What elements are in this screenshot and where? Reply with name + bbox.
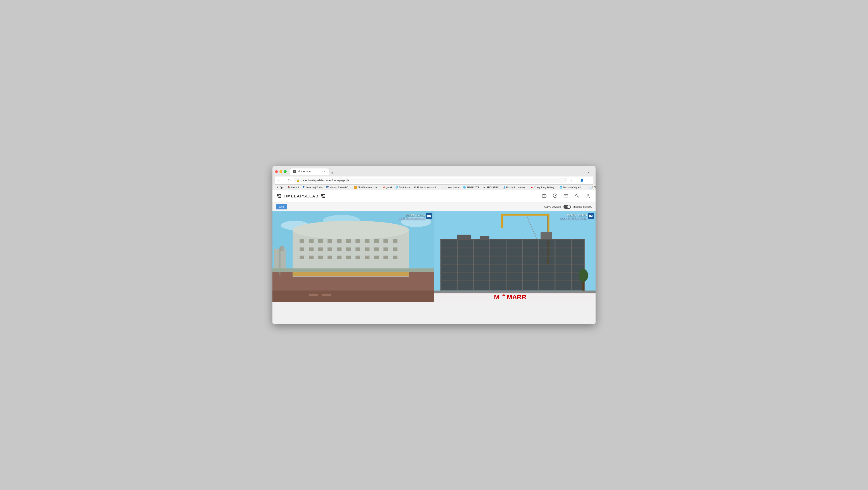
bookmark-registro[interactable]: ➜ REGISTRO	[482, 186, 500, 189]
camera-2-label: DEMO - DEMO Quick link to last image	[560, 214, 587, 220]
svg-rect-14	[300, 239, 304, 243]
svg-rect-53	[309, 294, 318, 296]
maximize-button[interactable]	[284, 170, 287, 173]
below-grid-area	[273, 302, 595, 324]
svg-rect-17	[328, 239, 332, 243]
bookmark-editor[interactable]: E Editor di testo onli...	[412, 186, 440, 189]
word-icon: W	[326, 186, 329, 189]
logo-icon	[277, 194, 282, 198]
new-tab-button[interactable]: +	[330, 171, 335, 175]
active-devices-label: Active devices	[544, 205, 561, 208]
play-icon	[553, 193, 558, 199]
svg-rect-35	[393, 248, 397, 251]
address-bar: ‹ › ↻ 🔒 panel.timelapselab.com/en/homepa…	[275, 176, 593, 185]
share-icon-button[interactable]	[541, 192, 548, 200]
share-button[interactable]: ↑	[574, 178, 578, 183]
bookmark-massimo[interactable]: 🌐 Massimo Vignelli |...	[558, 186, 586, 189]
lock-icon: 🔒	[297, 179, 300, 182]
camera-2-quick-link[interactable]: Quick link to last image	[560, 217, 587, 220]
camera-1-quick-link[interactable]: Quick link to last image	[398, 217, 425, 220]
key-icon-button[interactable]	[574, 192, 580, 200]
svg-rect-76	[522, 239, 523, 291]
warehouse-scene	[273, 211, 434, 302]
bookmark-lorem-label: Lorem Ipsum	[445, 186, 460, 189]
svg-rect-73	[473, 239, 474, 291]
bookmark-gmail-label: gmail	[386, 186, 392, 189]
apps-icon: ⊞	[276, 186, 279, 189]
svg-rect-23	[383, 239, 388, 243]
grid-button[interactable]: Grid	[276, 204, 287, 209]
forward-button[interactable]: ›	[282, 178, 285, 183]
user-icon-button[interactable]	[585, 192, 591, 200]
svg-rect-29	[337, 248, 341, 251]
play-icon-button[interactable]	[552, 192, 558, 200]
bookmark-crazy-label: Crazy Ring Editing...	[534, 186, 556, 189]
camera-cell-2[interactable]: M ⌃ MARR DEMO - DEMO Quick link to last …	[434, 211, 596, 302]
menu-button[interactable]: ⋮	[586, 178, 591, 183]
bookmark-template[interactable]: 🌐 TEMPLATE	[462, 186, 480, 189]
svg-rect-74	[489, 239, 490, 291]
svg-rect-85	[540, 232, 552, 239]
svg-point-13	[292, 221, 409, 239]
svg-rect-75	[506, 239, 506, 291]
bookmark-trello[interactable]: T Lorenzo | Trello	[301, 186, 324, 189]
url-bar[interactable]: 🔒 panel.timelapselab.com/en/homepage.php	[293, 178, 566, 183]
svg-rect-25	[300, 248, 304, 251]
svg-text:MARR: MARR	[507, 293, 526, 301]
url-text: panel.timelapselab.com/en/homepage.php	[301, 179, 350, 182]
svg-rect-94	[589, 215, 591, 217]
bookmark-lorem[interactable]: L Lorem Ipsum	[440, 186, 461, 189]
camera-1-icon	[426, 213, 432, 219]
svg-rect-54	[322, 294, 331, 296]
user-icon	[586, 193, 590, 199]
bookmark-app[interactable]: ⊞ App	[275, 186, 285, 189]
tab-close-button[interactable]: ×	[323, 170, 326, 173]
reading-list-button[interactable]: 📑 Elenco di lettura	[590, 186, 595, 189]
svg-rect-21	[365, 239, 369, 243]
mail-icon-button[interactable]	[563, 192, 569, 200]
svg-point-5	[587, 194, 589, 196]
bookmark-risultati[interactable]: 📊 Risultati - Lombar...	[501, 186, 528, 189]
logo-sq3	[277, 197, 279, 198]
star-button[interactable]: ☆	[568, 178, 573, 183]
bookmark-app-label: App	[280, 186, 284, 189]
bookmark-lezioni[interactable]: 📚 Lezioni	[286, 186, 300, 189]
svg-rect-91	[434, 291, 596, 293]
template-icon: 🌐	[463, 186, 466, 189]
profile-button[interactable]: 👤	[579, 178, 585, 183]
bookmark-crazy[interactable]: ▶ Crazy Ring Editing...	[529, 186, 557, 189]
minimize-button[interactable]	[279, 170, 282, 173]
close-button[interactable]	[275, 170, 278, 173]
camera-2-icon-svg	[589, 215, 593, 218]
svg-rect-3	[564, 194, 568, 197]
svg-rect-18	[337, 239, 341, 243]
svg-text:⌃: ⌃	[501, 293, 506, 301]
mail-icon	[564, 193, 568, 199]
camera-cell-1[interactable]: DEMO - demo2 Quick link to last image	[273, 211, 434, 302]
bookmark-traduttore[interactable]: 🌐 Traduttore	[394, 186, 411, 189]
back-button[interactable]: ‹	[277, 178, 281, 183]
bookmarks-more-button[interactable]: »	[587, 186, 589, 189]
active-tab[interactable]: H Homepage ×	[290, 168, 329, 175]
app-logo: TIMELAPSELAB	[277, 194, 325, 199]
active-toggle[interactable]	[563, 205, 571, 209]
logo-sq7	[321, 197, 323, 198]
browser-settings-button[interactable]: ⌄	[586, 169, 591, 174]
svg-rect-30	[346, 248, 351, 251]
svg-rect-71	[440, 239, 441, 291]
svg-rect-55	[427, 215, 430, 217]
bookmark-zenit[interactable]: ZENITcamera: Ma...	[352, 186, 380, 189]
refresh-button[interactable]: ↻	[287, 178, 292, 183]
share-icon	[542, 193, 547, 199]
crazy-icon: ▶	[530, 186, 533, 189]
camera-2-icon	[588, 213, 594, 219]
reading-list-label: Elenco di lettura	[594, 186, 595, 189]
svg-rect-69	[440, 272, 585, 273]
svg-rect-40	[337, 256, 341, 259]
bookmark-gmail[interactable]: M gmail	[381, 186, 393, 189]
bookmark-word[interactable]: W Microsoft Word O...	[324, 186, 352, 189]
svg-rect-32	[365, 248, 369, 251]
header-actions	[541, 192, 591, 200]
reading-list-icon: 📑	[590, 186, 593, 189]
browser-window: H Homepage × + ⌄ ‹ › ↻ 🔒 panel.timelapse…	[273, 166, 595, 324]
